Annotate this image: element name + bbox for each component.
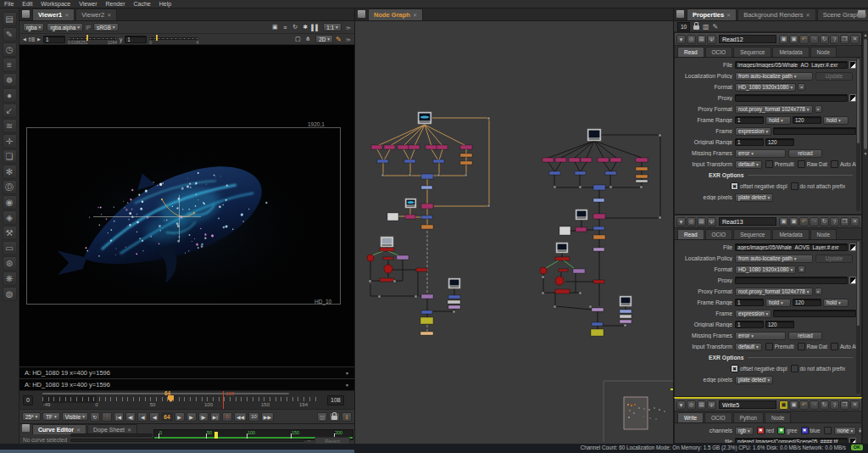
format-dropdown[interactable]: HD_1080 1920x1080 [735,83,796,92]
format-dropdown[interactable]: HD_1080 1920x1080 [735,266,796,274]
revert-icon[interactable]: ↻ [820,35,829,44]
proxy-format-dropdown[interactable]: root.proxy_format 1024x778 [735,105,813,114]
input-transform-dropdown[interactable]: default [735,160,762,169]
equals-button[interactable]: = [798,266,805,273]
tab-sequence[interactable]: Sequence [733,229,771,239]
offset-negative-checkbox[interactable] [731,182,738,190]
pin-icon[interactable]: ❐ [840,217,849,226]
transport-back-3[interactable]: ◀ [149,412,159,422]
timeline-ruler[interactable] [42,397,320,401]
lock-panels-icon[interactable] [693,25,699,30]
file-browser-icon[interactable] [849,243,856,251]
metadata-icon[interactable]: ◈ [3,210,17,225]
hold-dropdown[interactable]: hold [823,116,849,125]
refresh-icon[interactable]: ↻ [290,23,300,32]
close-icon[interactable]: ✕ [726,12,731,18]
curve-progress-track[interactable] [70,439,304,442]
skip-forward-button[interactable]: ▶▶ [261,412,274,422]
render-icon[interactable]: ◍ [3,287,17,301]
tab-node[interactable]: Node [810,47,837,57]
panel-menu-button[interactable] [676,10,684,18]
edge-pixels-dropdown[interactable]: plate detect [735,193,773,202]
center-in-dag-icon[interactable]: ◎ [687,217,696,226]
node-name-input[interactable]: Read13 [719,217,776,226]
missing-frames-dropdown[interactable]: error [735,149,786,158]
node-name-input[interactable]: Read12 [719,35,776,43]
transport-back-2[interactable]: ◀ [137,412,147,422]
transport-fwd-1[interactable]: ▶ [186,412,197,422]
color-icon[interactable]: ☸ [3,73,17,87]
marquee-select-icon[interactable]: ▢ [292,35,303,44]
max-panels-input[interactable]: 10 [677,22,690,31]
properties-scrollbar[interactable]: ▲ ▼ [862,32,868,444]
tab-viewer1[interactable]: Viewer1✕ [32,8,75,20]
tab-node[interactable]: Node [765,412,792,422]
frame-mode-dropdown[interactable]: expression [735,127,771,136]
menu-help[interactable]: Help [159,1,171,7]
tab-metadata[interactable]: Metadata [772,229,809,239]
range-end-box[interactable]: 108 [327,395,344,405]
manage-knobs-icon[interactable]: ▣ [779,35,788,44]
update-button[interactable]: Update [815,254,853,263]
close-icon[interactable]: ✕ [64,12,69,18]
node-name-input[interactable]: Write5 [719,400,776,409]
panel-scrollbar[interactable] [856,58,860,211]
menu-viewer[interactable]: Viewer [79,1,97,7]
tab-read[interactable]: Read [677,229,704,239]
equals-button[interactable]: = [815,288,822,295]
stack-lines-icon[interactable]: ≡ [280,23,290,32]
file-browser-icon[interactable] [849,61,856,69]
center-in-dag-icon[interactable]: ◎ [687,35,696,44]
write-file-input[interactable]: ndered Images/Comped/Scene05_####.tif [735,438,848,444]
node-graph-canvas[interactable] [355,21,673,444]
tab-viewer2[interactable]: Viewer2✕ [75,8,117,20]
stop-frame-button[interactable]: 0 [222,412,232,422]
close-icon[interactable]: ✕ [76,427,81,433]
toolsets-icon[interactable]: ⚒ [3,226,17,240]
proxy-input[interactable] [735,277,848,284]
file-input[interactable]: ages/images/05/Whale_AOVS_Layer.#.exr [735,243,848,251]
help-icon[interactable]: ? [830,400,839,410]
gamma-slider[interactable]: 0 4 [149,35,198,44]
manage-knobs-icon[interactable]: ▣ [779,217,788,226]
redo-icon[interactable]: ↷ [810,400,819,410]
flipbook-button[interactable]: ◫ [317,412,327,422]
views-icon[interactable]: ◉ [3,195,17,210]
other-icon[interactable]: ▭ [3,241,17,255]
filter-icon[interactable]: ● [3,88,17,103]
hide-input-icon[interactable]: ▤ [697,217,706,226]
2d-3d-dropdown[interactable]: 2D [315,35,333,43]
input-process-toggle[interactable]: IP [86,25,91,31]
tab-metadata[interactable]: Metadata [772,47,809,57]
hold-dropdown[interactable]: hold [765,299,791,307]
viewer-info-row-b[interactable]: A: HD_1080 19 x=400 y=1596 ▼ [19,378,354,390]
close-icon[interactable]: ✕ [850,217,860,226]
frame-range-lock-button[interactable]: ! [102,412,112,422]
file-input[interactable]: Images/images/05/Whale_AO_Layer.#.exr [735,61,848,69]
hold-dropdown[interactable]: hold [765,116,791,125]
postage-stamp-icon[interactable]: Ψ [707,400,716,410]
panel-scrollbar[interactable] [856,240,860,394]
hold-dropdown[interactable]: hold [823,299,849,307]
gain-slider[interactable]: 0.0186251 1064 [68,35,117,44]
auto-alpha-checkbox[interactable] [831,160,838,168]
menu-cache[interactable]: Cache [133,1,150,7]
layer-dropdown[interactable]: rgba [23,23,44,31]
hide-input-icon[interactable]: ▤ [697,400,706,410]
manage-knobs-icon[interactable]: ▣ [779,400,788,410]
undo-icon[interactable]: ↶ [799,35,809,44]
center-in-dag-icon[interactable]: ◎ [687,400,696,410]
tab-read[interactable]: Read [677,47,704,57]
close-icon[interactable]: ✕ [413,12,417,18]
viewer-process-dropdown[interactable]: sRGB [93,23,119,31]
file-browser-icon[interactable] [849,94,856,102]
pause-icon[interactable]: ▌▌ [310,23,320,32]
equals-button[interactable]: = [798,83,805,91]
premultiplied-checkbox[interactable] [765,160,773,168]
collapse-icon[interactable]: ▼ [676,217,686,226]
channel-icon[interactable]: ≡ [3,58,17,72]
close-icon[interactable]: ✕ [850,400,860,410]
draw-icon[interactable]: ✎ [3,27,17,42]
particles-icon[interactable]: ✻ [3,165,17,179]
scrollbar-thumb[interactable] [857,59,860,143]
